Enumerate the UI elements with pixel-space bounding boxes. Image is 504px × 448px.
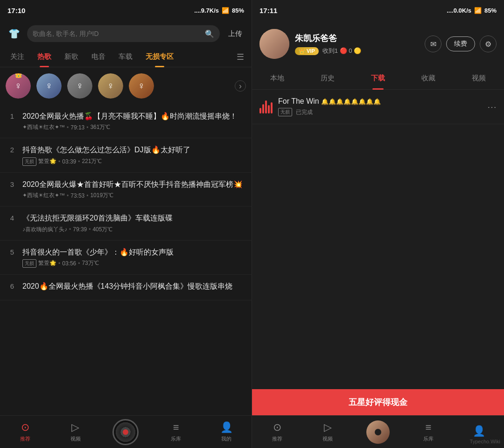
signal-right: ....0.0K/s — [447, 7, 471, 14]
tab-new[interactable]: 新歌 — [58, 47, 85, 67]
song-num-1: 1 — [7, 112, 17, 120]
nav-library-left[interactable]: ≡ 乐库 — [151, 416, 201, 448]
nav-library-right[interactable]: ≡ 乐库 — [403, 416, 454, 448]
receive-text: 收到1 🔴 0 🟡 — [322, 47, 361, 55]
wifi-icon-right: 📶 — [474, 7, 482, 14]
tab-local[interactable]: 本地 — [252, 67, 302, 90]
nav-player-left[interactable] — [101, 416, 151, 448]
battery-right: 85% — [484, 7, 497, 14]
song-title-5: 抖音很火的一首歌《少年》：🔥好听的女声版 — [22, 247, 244, 257]
song-duration-2: 03:39 — [62, 158, 76, 165]
tab-favorite[interactable]: 收藏 — [403, 67, 454, 90]
menu-icon[interactable]: ☰ — [233, 52, 248, 62]
status-bar-right: 17:11 ....0.0K/s 📶 85% — [252, 0, 504, 21]
search-input[interactable] — [33, 30, 201, 37]
recommend-label-right: 推荐 — [272, 435, 282, 442]
person-icon-right: 👤 — [473, 425, 485, 437]
tab-video-right[interactable]: 视频 — [454, 67, 504, 90]
search-input-wrap[interactable]: 🔍 — [27, 25, 220, 42]
song-title-6: 2020🔥全网最火热播《143分钟抖音小阿枫合集》慢歌连版串烧 — [22, 281, 244, 292]
status-bar-left: 17:10 ....9.7K/s 📶 85% — [0, 0, 252, 21]
avatars-next-arrow[interactable]: › — [235, 80, 246, 92]
status-indicators-right: ....0.0K/s 📶 85% — [447, 7, 497, 14]
song-title-2: 抖音热歌《怎么做怎么过怎么活》DJ版🔥太好听了 — [22, 145, 244, 155]
avatar-1[interactable]: ♀ 👑 — [6, 73, 31, 99]
waveform-icon — [259, 100, 273, 114]
song-plays-2: 221万℃ — [82, 157, 102, 165]
nav-album-right[interactable] — [353, 416, 403, 448]
nav-mine-left[interactable]: 👤 我的 — [201, 416, 252, 448]
song-artist-5: 繁萱🌟 — [38, 259, 56, 267]
song-item-5[interactable]: 5 抖音很火的一首歌《少年》：🔥好听的女声版 无损 繁萱🌟 • 03:56 • … — [0, 241, 252, 275]
upload-button[interactable]: 上传 — [224, 28, 246, 40]
song-item-4[interactable]: 4 《无法抗拒无限循环20首洗脑曲》车载连版碟 ♪喜欢嗨的疯丫头♪ • 79:3… — [0, 206, 252, 240]
mail-icon-btn[interactable]: ✉ — [425, 36, 441, 52]
song-artist-2: 繁萱🌟 — [38, 157, 56, 165]
library-icon-left: ≡ — [173, 421, 179, 434]
avatar-3[interactable]: ♀ — [67, 73, 92, 99]
song-num-5: 5 — [7, 248, 17, 256]
settings-icon-btn[interactable]: ⚙ — [480, 36, 497, 52]
song-item-3[interactable]: 3 2020全网最火爆★首首好听★百听不厌快手抖音热播神曲冠军榜💥 ✦西域☀红衣… — [0, 173, 252, 206]
nav-recommend-left[interactable]: ⊙ 推荐 — [0, 416, 50, 448]
library-icon-right: ≡ — [426, 421, 432, 434]
nav-tabs-left: 关注 热歌 新歌 电音 车载 无损专区 ☰ — [0, 47, 252, 67]
more-options-icon[interactable]: ⋯ — [487, 101, 497, 113]
song-artist-1: ✦西域☀红衣✦™ — [22, 123, 65, 131]
video-icon-left: ▷ — [71, 421, 79, 434]
watermark: Typecho.Wiki — [470, 439, 500, 444]
song-info-2: 抖音热歌《怎么做怎么过怎么活》DJ版🔥太好听了 无损 繁萱🌟 • 03:39 •… — [22, 145, 244, 165]
tab-history[interactable]: 历史 — [302, 67, 353, 90]
user-info: 朱凯乐爸爸 👑 VIP 收到1 🔴 0 🟡 — [295, 33, 419, 55]
nav-video-right[interactable]: ▷ 视频 — [302, 416, 353, 448]
song-artist-4: ♪喜欢嗨的疯丫头♪ — [22, 226, 67, 234]
song-title-1: 2020全网最火热播🍒【月亮不睡我不睡】🔥时尚潮流慢摇串烧！ — [22, 111, 244, 121]
tab-elec[interactable]: 电音 — [85, 47, 112, 67]
tab-follow[interactable]: 关注 — [4, 47, 31, 67]
coin-value: 0 — [349, 47, 352, 54]
avatar-2[interactable]: ♀ — [36, 73, 62, 99]
download-item-1[interactable]: For The Win 🔔🔔🔔🔔🔔🔔🔔🔔 无损 已完成 ⋯ — [252, 90, 504, 124]
tab-download[interactable]: 下载 — [353, 67, 403, 90]
avatar-4[interactable]: ♀ — [98, 73, 123, 99]
username: 朱凯乐爸爸 — [295, 33, 419, 44]
song-num-2: 2 — [7, 146, 17, 154]
tab-lossless[interactable]: 无损专区 — [139, 47, 180, 67]
song-meta-3: ✦西域☀红衣✦™ • 73:53 • 1019万℃ — [22, 192, 244, 199]
vinyl-player — [112, 419, 139, 445]
song-item-2[interactable]: 2 抖音热歌《怎么做怎么过怎么活》DJ版🔥太好听了 无损 繁萱🌟 • 03:39… — [0, 138, 252, 172]
download-title-1: For The Win 🔔🔔🔔🔔🔔🔔🔔🔔 — [278, 97, 482, 106]
recommend-icon-left: ⊙ — [21, 421, 29, 434]
tab-car[interactable]: 车载 — [112, 47, 139, 67]
shirt-icon[interactable]: 👕 — [6, 25, 22, 42]
avatar-5[interactable]: ♀ — [129, 73, 154, 99]
song-item-6[interactable]: 6 2020🔥全网最火热播《143分钟抖音小阿枫合集》慢歌连版串烧 — [0, 275, 252, 300]
five-star-banner[interactable]: 五星好评得现金 — [252, 389, 504, 415]
song-num-6: 6 — [7, 282, 17, 290]
song-plays-1: 361万℃ — [90, 123, 110, 131]
tab-hot[interactable]: 热歌 — [31, 47, 58, 67]
user-avatar[interactable] — [259, 29, 289, 59]
signal-left: ....9.7K/s — [194, 7, 219, 14]
song-item-1[interactable]: 1 2020全网最火热播🍒【月亮不睡我不睡】🔥时尚潮流慢摇串烧！ ✦西域☀红衣✦… — [0, 105, 252, 138]
bottom-nav-left: ⊙ 推荐 ▷ 视频 ≡ 乐库 👤 我的 — [0, 415, 252, 448]
song-meta-5: 无损 繁萱🌟 • 03:56 • 73万℃ — [22, 259, 244, 268]
song-info-4: 《无法抗拒无限循环20首洗脑曲》车载连版碟 ♪喜欢嗨的疯丫头♪ • 79:39 … — [22, 213, 244, 233]
status-bar-right-left: ....9.7K/s 📶 85% — [194, 7, 244, 14]
song-duration-1: 79:13 — [70, 124, 84, 131]
crown-icon-1: 👑 — [14, 73, 22, 78]
bottom-nav-right: ⊙ 推荐 ▷ 视频 ≡ 乐库 👤 — [252, 415, 504, 448]
renew-button[interactable]: 续费 — [446, 36, 475, 51]
download-info-1: For The Win 🔔🔔🔔🔔🔔🔔🔔🔔 无损 已完成 — [278, 97, 482, 116]
coin-icon: 🟡 — [354, 47, 361, 54]
song-title-4: 《无法抗拒无限循环20首洗脑曲》车载连版碟 — [22, 213, 244, 223]
song-num-3: 3 — [7, 180, 17, 188]
nav-recommend-right[interactable]: ⊙ 推荐 — [252, 416, 302, 448]
nav-video-left[interactable]: ▷ 视频 — [50, 416, 101, 448]
user-avatar-img — [259, 29, 289, 59]
song-info-6: 2020🔥全网最火热播《143分钟抖音小阿枫合集》慢歌连版串烧 — [22, 281, 244, 293]
status-time-left: 17:10 — [7, 7, 25, 14]
download-meta-1: 无损 已完成 — [278, 108, 482, 116]
library-label-left: 乐库 — [171, 435, 181, 442]
song-num-4: 4 — [7, 214, 17, 222]
